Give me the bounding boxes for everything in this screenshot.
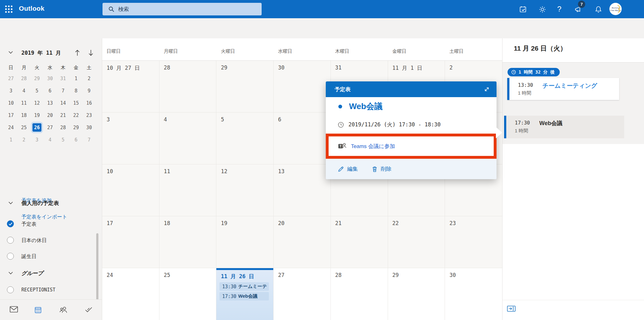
minical-day[interactable]: 13: [43, 97, 56, 109]
grid-cell[interactable]: 11: [159, 164, 217, 216]
agenda-item-selected[interactable]: 17:301 時間Web会議: [504, 116, 624, 138]
minical-collapse-chevron-icon[interactable]: [8, 51, 13, 54]
teams-join-link[interactable]: Teams 会議に参加: [351, 143, 395, 150]
grid-cell[interactable]: 28: [159, 61, 217, 113]
minical-day[interactable]: 29: [69, 121, 82, 134]
minical-day[interactable]: 15: [69, 97, 82, 109]
grid-cell[interactable]: 6: [274, 113, 331, 164]
grid-cell[interactable]: 29: [216, 61, 274, 113]
section-groups[interactable]: グループ: [0, 269, 102, 278]
grid-cell[interactable]: 18: [159, 216, 217, 268]
import-calendar-link[interactable]: 予定表をインポート: [21, 214, 67, 220]
tasks-module-icon[interactable]: [84, 306, 93, 314]
mail-module-icon[interactable]: [9, 306, 18, 314]
delete-event-button[interactable]: 削除: [372, 165, 391, 173]
grid-cell[interactable]: 4: [159, 113, 217, 164]
agenda-item[interactable]: 13:301 時間チームミーティング: [507, 78, 619, 100]
grid-cell[interactable]: 23: [445, 216, 502, 268]
minical-day[interactable]: 29: [31, 72, 43, 85]
minical-day[interactable]: 7: [57, 85, 69, 97]
teams-join-row annotation-highlight[interactable]: T Teams 会議に参加: [326, 134, 497, 159]
calendar-unchecked-circle[interactable]: [7, 237, 14, 244]
minical-day-selected[interactable]: 26: [31, 121, 43, 134]
minical-day[interactable]: 3: [31, 134, 43, 146]
minical-day[interactable]: 4: [43, 134, 56, 146]
grid-cell[interactable]: 24: [102, 268, 159, 320]
grid-cell[interactable]: 12: [216, 164, 274, 216]
minical-day[interactable]: 2: [17, 134, 30, 146]
expand-popup-icon[interactable]: [484, 86, 490, 92]
minical-day[interactable]: 21: [57, 109, 69, 121]
grid-cell[interactable]: 10: [102, 164, 159, 216]
account-avatar[interactable]: Business Chat Master: [609, 3, 622, 15]
grid-cell[interactable]: 13: [274, 164, 331, 216]
event-chip[interactable]: 13:30チームミーテ: [219, 282, 269, 291]
minical-day[interactable]: 6: [43, 85, 56, 97]
settings-gear-icon[interactable]: [538, 5, 547, 14]
grid-cell[interactable]: 3: [102, 113, 159, 164]
grid-cell[interactable]: 27: [274, 268, 331, 320]
minical-day[interactable]: 9: [83, 85, 96, 97]
calendar-unchecked-circle[interactable]: [7, 253, 14, 260]
minical-day[interactable]: 31: [57, 72, 69, 85]
section-personal-calendars[interactable]: 個人用の予定表: [0, 199, 102, 207]
minical-day[interactable]: 10: [4, 97, 17, 109]
minical-day[interactable]: 25: [17, 121, 30, 134]
minical-day[interactable]: 5: [57, 134, 69, 146]
minical-day[interactable]: 30: [43, 72, 56, 85]
calendar-list-item[interactable]: RECEPTIONIST: [0, 286, 102, 295]
minical-day[interactable]: 20: [43, 109, 56, 121]
minical-day[interactable]: 12: [31, 97, 43, 109]
grid-cell[interactable]: 30: [445, 268, 502, 320]
grid-cell[interactable]: 30: [274, 61, 331, 113]
minical-day[interactable]: 22: [69, 109, 82, 121]
minical-day[interactable]: 18: [17, 109, 30, 121]
minical-day[interactable]: 24: [4, 121, 17, 134]
help-icon[interactable]: ?: [557, 5, 565, 13]
calendar-list-item[interactable]: 予定表: [0, 220, 102, 229]
minical-day[interactable]: 7: [83, 134, 96, 146]
minical-prev-arrow-icon[interactable]: [74, 49, 81, 57]
calendar-checked-circle[interactable]: [7, 220, 14, 227]
minical-day[interactable]: 19: [31, 109, 43, 121]
minical-day[interactable]: 14: [57, 97, 69, 109]
grid-cell[interactable]: 25: [159, 268, 217, 320]
minical-day[interactable]: 17: [4, 109, 17, 121]
minical-day[interactable]: 23: [83, 109, 96, 121]
grid-cell[interactable]: 28: [331, 268, 388, 320]
edit-event-button[interactable]: 編集: [338, 165, 358, 173]
minical-day[interactable]: 11: [17, 97, 30, 109]
minical-month-title[interactable]: 2019 年 11 月: [21, 49, 61, 57]
search-input[interactable]: 検索: [103, 3, 262, 15]
minical-day[interactable]: 28: [17, 72, 30, 85]
grid-cell[interactable]: 21: [331, 216, 388, 268]
popup-header[interactable]: 予定表: [326, 81, 497, 97]
minical-day[interactable]: 2: [83, 72, 96, 85]
grid-cell[interactable]: 17: [102, 216, 159, 268]
minical-day[interactable]: 1: [4, 134, 17, 146]
minical-day[interactable]: 16: [83, 97, 96, 109]
minical-day[interactable]: 5: [31, 85, 43, 97]
minical-day[interactable]: 6: [69, 134, 82, 146]
minical-next-arrow-icon[interactable]: [87, 49, 94, 57]
minical-day[interactable]: 27: [4, 72, 17, 85]
minical-day[interactable]: 1: [69, 72, 82, 85]
calendar-unchecked-circle[interactable]: [7, 286, 14, 293]
grid-cell[interactable]: 5: [216, 113, 274, 164]
minical-day[interactable]: 8: [69, 85, 82, 97]
minical-day[interactable]: 30: [83, 121, 96, 134]
collapse-panel-icon[interactable]: [507, 306, 516, 312]
people-module-icon[interactable]: [59, 306, 68, 314]
calendar-list-item[interactable]: 誕生日: [0, 252, 102, 261]
minical-day[interactable]: 3: [4, 85, 17, 97]
grid-cell-today[interactable]: 11 月 26 日13:30チームミーテ17:30Web会議: [216, 268, 274, 320]
my-day-icon[interactable]: [519, 5, 527, 14]
calendar-module-icon-selected[interactable]: [34, 306, 43, 314]
grid-cell[interactable]: 29: [388, 268, 445, 320]
notifications-bell-icon[interactable]: [594, 5, 602, 14]
app-launcher-icon[interactable]: [4, 5, 13, 14]
minical-day[interactable]: 4: [17, 85, 30, 97]
calendar-list-item[interactable]: 日本の休日: [0, 236, 102, 245]
grid-cell[interactable]: 19: [216, 216, 274, 268]
grid-cell[interactable]: 10 月 27 日: [102, 61, 159, 113]
